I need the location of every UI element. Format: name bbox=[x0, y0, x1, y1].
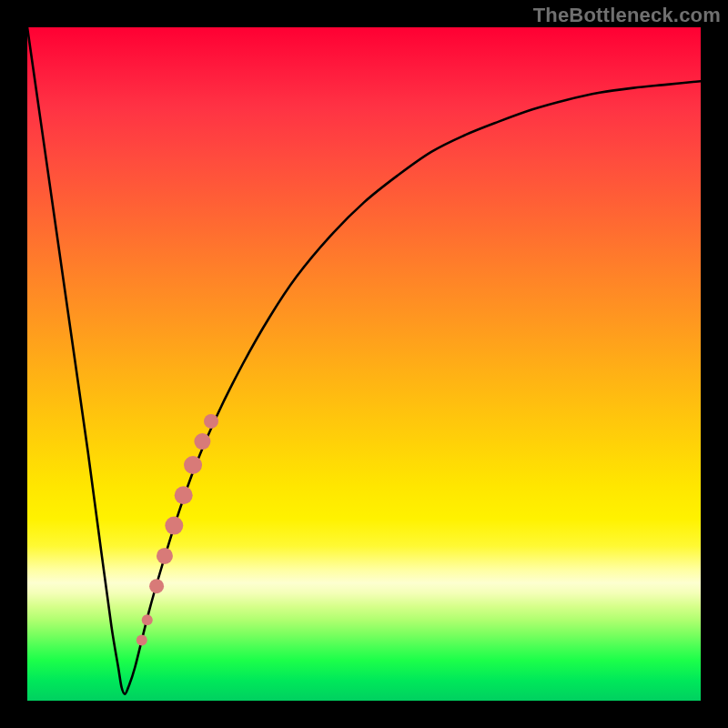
curve-marker bbox=[165, 517, 183, 535]
plot-area bbox=[27, 27, 701, 701]
curve-marker bbox=[175, 486, 193, 504]
curve-marker bbox=[142, 614, 153, 625]
watermark-text: TheBottleneck.com bbox=[533, 4, 721, 27]
chart-frame: TheBottleneck.com bbox=[0, 0, 728, 728]
curve-marker bbox=[204, 414, 218, 429]
curve-marker bbox=[184, 456, 202, 474]
bottleneck-curve bbox=[27, 27, 701, 694]
curve-marker bbox=[194, 433, 210, 450]
curve-marker bbox=[136, 634, 147, 645]
curve-svg bbox=[27, 27, 701, 701]
curve-marker bbox=[157, 548, 173, 564]
curve-marker bbox=[149, 579, 164, 593]
